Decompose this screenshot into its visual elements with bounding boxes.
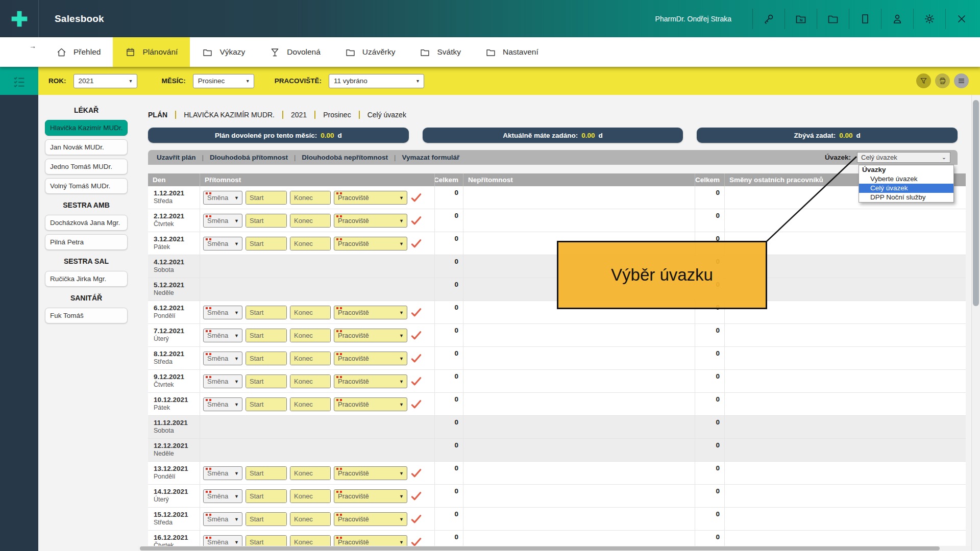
workplace-row-select[interactable]: Pracoviště▼ [334,466,407,480]
start-time-input[interactable] [246,191,286,204]
confirm-check-icon[interactable] [410,398,422,410]
tab-svatky[interactable]: Svátky [407,37,473,67]
end-time-input[interactable] [290,536,330,547]
key-icon[interactable] [763,13,775,25]
start-time-input[interactable] [246,375,286,388]
confirm-check-icon[interactable] [410,375,422,387]
start-time-input[interactable] [246,467,286,480]
end-time-input[interactable] [290,513,330,525]
tab-planovani[interactable]: Plánování [113,37,190,67]
workplace-row-select[interactable]: Pracoviště▼ [334,535,407,547]
shift-select[interactable]: Směna▼ [203,397,242,411]
shift-select[interactable]: Směna▼ [203,306,242,319]
workplace-select[interactable]: 11 vybráno▾ [329,74,424,88]
user-icon[interactable] [891,13,903,25]
print-button[interactable] [935,73,950,88]
workplace-row-select[interactable]: Pracoviště▼ [334,329,407,342]
start-time-input[interactable] [246,536,286,547]
end-time-input[interactable] [290,398,330,411]
staff-item[interactable]: Jan Novák MUDr. [45,139,128,155]
end-time-input[interactable] [290,237,330,250]
shift-select[interactable]: Směna▼ [203,466,242,480]
tab-uzaverky[interactable]: Uzávěrky [333,37,408,67]
confirm-check-icon[interactable] [410,330,422,341]
end-time-input[interactable] [290,490,330,503]
toolbar-action[interactable]: Vymazat formulář [402,154,459,161]
tab-vykazy[interactable]: Výkazy [190,37,257,67]
staff-item[interactable]: Fuk Tomáš [45,308,128,323]
shift-select[interactable]: Směna▼ [203,512,242,526]
staff-item[interactable]: Ručička Jirka Mgr. [45,271,128,287]
tab-dovolena[interactable]: Dovolená [257,37,333,67]
shift-select[interactable]: Směna▼ [203,191,242,205]
shift-select[interactable]: Směna▼ [203,352,242,365]
workplace-row-select[interactable]: Pracoviště▼ [334,191,407,205]
shift-select[interactable]: Směna▼ [203,374,242,388]
workplace-row-select[interactable]: Pracoviště▼ [334,306,407,319]
start-time-input[interactable] [246,490,286,503]
filter-button[interactable] [916,73,931,88]
confirm-check-icon[interactable] [410,307,422,318]
start-time-input[interactable] [246,398,286,411]
end-time-input[interactable] [290,191,330,204]
confirm-check-icon[interactable] [410,353,422,364]
folder-icon[interactable] [827,13,839,25]
close-icon[interactable] [955,13,968,25]
window-icon[interactable] [859,13,871,25]
dropdown-option[interactable]: DPP Noční služby [859,193,953,202]
shift-select[interactable]: Směna▼ [203,237,242,251]
workplace-row-select[interactable]: Pracoviště▼ [334,237,407,251]
workplace-row-select[interactable]: Pracoviště▼ [334,214,407,228]
confirm-check-icon[interactable] [410,238,422,249]
start-time-input[interactable] [246,513,286,525]
confirm-check-icon[interactable] [410,513,422,525]
confirm-check-icon[interactable] [410,490,422,502]
toolbar-action[interactable]: Uzavřít plán [157,154,196,161]
confirm-check-icon[interactable] [410,192,422,204]
year-select[interactable]: 2021▾ [74,74,137,88]
shift-select[interactable]: Směna▼ [203,535,242,547]
month-select[interactable]: Prosinec▾ [193,74,254,88]
end-time-input[interactable] [290,467,330,480]
confirm-check-icon[interactable] [410,215,422,227]
staff-item[interactable]: Hlavička Kazimír MUDr. [45,120,128,136]
toolbar-action[interactable]: Dlouhodobá nepřítomnost [302,154,388,161]
confirm-check-icon[interactable] [410,536,422,547]
workplace-row-select[interactable]: Pracoviště▼ [334,352,407,365]
uvazek-select[interactable]: Celý úvazek ⌄ [857,152,950,163]
start-time-input[interactable] [246,329,286,342]
end-time-input[interactable] [290,214,330,227]
start-time-input[interactable] [246,214,286,227]
shift-select[interactable]: Směna▼ [203,489,242,503]
confirm-check-icon[interactable] [410,467,422,479]
start-time-input[interactable] [246,306,286,319]
shift-select[interactable]: Směna▼ [203,214,242,228]
menu-button[interactable] [954,73,969,88]
toolbar-action[interactable]: Dlouhodobá přítomnost [210,154,288,161]
end-time-input[interactable] [290,352,330,365]
forward-arrow-icon[interactable]: → [29,42,36,50]
workplace-row-select[interactable]: Pracoviště▼ [334,489,407,503]
end-time-input[interactable] [290,306,330,319]
checklist-icon-box[interactable] [0,67,38,95]
workplace-row-select[interactable]: Pracoviště▼ [334,374,407,388]
end-time-input[interactable] [290,375,330,388]
tab-prehled[interactable]: Přehled [44,37,113,67]
dropdown-option[interactable]: Celý úvazek [859,184,953,193]
start-time-input[interactable] [246,237,286,250]
horizontal-scrollbar-thumb[interactable] [140,546,940,550]
staff-item[interactable]: Docházková Jana Mgr. [45,215,128,231]
workplace-row-select[interactable]: Pracoviště▼ [334,397,407,411]
vertical-scrollbar-thumb[interactable] [973,100,979,306]
workplace-row-select[interactable]: Pracoviště▼ [334,512,407,526]
tab-nastaveni[interactable]: Nastavení [473,37,551,67]
dropdown-option[interactable]: Vyberte úvazek [859,174,953,184]
end-time-input[interactable] [290,329,330,342]
gear-icon[interactable] [923,13,936,25]
staff-item[interactable]: Pilná Petra [45,234,128,250]
folder-n-icon[interactable]: N [795,13,807,25]
start-time-input[interactable] [246,352,286,365]
staff-item[interactable]: Jedno Tomáš MUDr. [45,159,128,174]
staff-item[interactable]: Volný Tomáš MUDr. [45,178,128,194]
shift-select[interactable]: Směna▼ [203,329,242,342]
